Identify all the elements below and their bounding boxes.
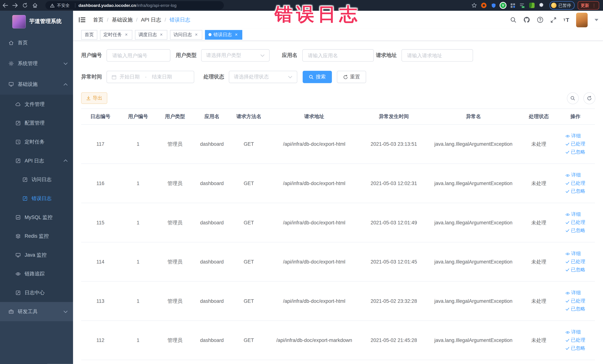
browser-menu-kebab-icon[interactable]: ⋮ xyxy=(592,3,596,8)
profile-paused-badge[interactable]: 已暂停 xyxy=(550,1,575,10)
mark-processed-link[interactable]: 已处理 xyxy=(565,141,585,147)
url-host[interactable]: dashboard.yudao.iocoder.cn xyxy=(78,3,136,8)
sidebar-item-java[interactable]: Java 监控 xyxy=(0,246,73,264)
cell-log-id: 114 xyxy=(81,259,120,265)
user-id-input[interactable] xyxy=(112,52,165,59)
extension-grid-icon[interactable] xyxy=(509,1,517,10)
sidebar-item-config[interactable]: 配置管理 xyxy=(0,114,73,132)
request-url-input[interactable] xyxy=(406,52,468,59)
tab-close-icon[interactable]: × xyxy=(124,32,129,37)
detail-link[interactable]: 详细 xyxy=(565,329,581,335)
extension-on-badge-icon[interactable]: on xyxy=(518,1,527,10)
refresh-table-button[interactable] xyxy=(583,92,595,104)
check-icon xyxy=(565,189,570,194)
chevron-down-icon xyxy=(63,62,68,65)
search-button[interactable]: 搜索 xyxy=(303,71,332,83)
sidebar-item-dev-tools[interactable]: 研发工具 xyxy=(0,302,73,321)
detail-link[interactable]: 详细 xyxy=(565,172,581,178)
col-url: 请求地址 xyxy=(267,113,361,120)
end-date-placeholder: 结束日期 xyxy=(152,73,172,80)
breadcrumb-home[interactable]: 首页 xyxy=(93,16,104,23)
help-icon[interactable] xyxy=(537,16,543,23)
fullscreen-icon[interactable] xyxy=(550,17,557,23)
mark-processed-link[interactable]: 已处理 xyxy=(565,258,585,265)
mark-ignored-link[interactable]: 已忽略 xyxy=(565,306,585,312)
extension-shield-icon[interactable] xyxy=(489,1,498,10)
cell-url: /api/infra/db-doc/export-html xyxy=(267,141,361,147)
extension-orange-icon[interactable] xyxy=(480,1,488,10)
cell-exception: java.lang.IllegalArgumentException xyxy=(427,298,520,304)
tab-close-icon[interactable]: × xyxy=(159,32,164,37)
url-path[interactable]: /infra/log/api-error-log xyxy=(136,3,176,8)
export-button[interactable]: 导出 xyxy=(81,92,107,104)
mark-processed-link[interactable]: 已处理 xyxy=(565,180,585,187)
tab-job[interactable]: 定时任务× xyxy=(100,30,132,39)
cell-exception: java.lang.IllegalArgumentException xyxy=(427,259,520,265)
sidebar-item-mysql[interactable]: MySQL 监控 xyxy=(0,208,73,227)
cell-url: /api/infra/db-doc/export-html xyxy=(267,220,361,225)
header-search-icon[interactable] xyxy=(510,17,516,23)
browser-forward-icon[interactable] xyxy=(10,1,20,10)
sidebar-item-access-log[interactable]: 访问日志 xyxy=(0,170,73,189)
app-name-input[interactable] xyxy=(307,52,369,59)
cell-method: GET xyxy=(231,220,267,225)
tab-error-log[interactable]: 错误日志× xyxy=(205,30,242,39)
sidebar-item-file[interactable]: 文件管理 xyxy=(0,94,73,114)
github-icon[interactable] xyxy=(523,16,530,23)
col-method: 请求方法名 xyxy=(231,113,267,120)
sidebar-item-api-log[interactable]: API 日志 xyxy=(0,151,73,170)
sidebar-item-trace[interactable]: 链路追踪 xyxy=(0,264,73,283)
home-icon xyxy=(9,40,14,46)
browser-update-button[interactable]: 更新 ⋮ xyxy=(578,1,599,10)
browser-home-icon[interactable] xyxy=(30,1,40,10)
breadcrumb-infra[interactable]: 基础设施 xyxy=(112,16,133,23)
detail-link[interactable]: 详细 xyxy=(565,211,581,218)
breadcrumb-api-log[interactable]: API 日志 xyxy=(141,16,161,23)
eye-icon xyxy=(565,212,570,217)
tab-close-icon[interactable]: × xyxy=(234,32,239,37)
address-bar[interactable]: 不安全 dashboard.yudao.iocoder.cn/infra/log… xyxy=(46,1,224,10)
hide-search-button[interactable] xyxy=(567,92,579,104)
chevron-up-icon xyxy=(63,159,68,162)
extensions-puzzle-icon[interactable] xyxy=(537,1,546,10)
mark-ignored-link[interactable]: 已忽略 xyxy=(565,188,585,195)
browser-back-icon[interactable] xyxy=(0,1,10,10)
chevron-down-icon xyxy=(63,310,68,313)
tab-access-log[interactable]: 访问日志× xyxy=(170,30,202,39)
extension-green-v-icon[interactable]: V xyxy=(499,1,507,10)
mark-ignored-link[interactable]: 已忽略 xyxy=(565,345,585,352)
detail-link[interactable]: 详细 xyxy=(565,290,581,296)
sidebar-item-infra[interactable]: 基础设施 xyxy=(0,74,73,94)
mark-processed-link[interactable]: 已处理 xyxy=(565,219,585,226)
reset-button[interactable]: 重置 xyxy=(337,71,366,83)
mark-ignored-link[interactable]: 已忽略 xyxy=(565,267,585,273)
sidebar-item-error-log[interactable]: 错误日志 xyxy=(0,189,73,208)
sidebar-item-log-center[interactable]: 日志中心 xyxy=(0,283,73,302)
sidebar-item-home[interactable]: 首页 xyxy=(0,32,73,53)
browser-reload-icon[interactable] xyxy=(20,1,30,10)
mark-ignored-link[interactable]: 已忽略 xyxy=(565,149,585,155)
sidebar-item-redis[interactable]: Redis 监控 xyxy=(0,227,73,246)
mark-processed-link[interactable]: 已处理 xyxy=(565,298,585,304)
user-avatar[interactable] xyxy=(576,12,588,27)
tab-close-icon[interactable]: × xyxy=(194,32,199,37)
bookmark-star-icon[interactable] xyxy=(470,1,478,10)
tab-home[interactable]: 首页 xyxy=(81,30,97,39)
sidebar-item-job[interactable]: 定时任务 xyxy=(0,132,73,151)
cell-log-id: 112 xyxy=(81,338,120,343)
exception-time-range-picker[interactable]: 开始日期 - 结束日期 xyxy=(107,71,194,83)
detail-link[interactable]: 详细 xyxy=(565,250,581,257)
user-type-select[interactable]: 请选择用户类型 xyxy=(201,49,269,61)
sidebar-item-system[interactable]: 系统管理 xyxy=(0,53,73,74)
mark-ignored-link[interactable]: 已忽略 xyxy=(565,227,585,234)
tab-job-log[interactable]: 调度日志× xyxy=(135,30,167,39)
mark-processed-link[interactable]: 已处理 xyxy=(565,337,585,343)
process-status-select[interactable]: 请选择处理状态 xyxy=(229,71,297,83)
security-label[interactable]: 不安全 xyxy=(57,2,70,8)
text-size-icon[interactable]: TT xyxy=(563,17,569,23)
user-menu-caret-icon[interactable] xyxy=(594,19,598,21)
detail-link[interactable]: 详细 xyxy=(565,133,581,139)
sidebar-logo[interactable]: 芋道管理系统 xyxy=(0,11,73,32)
sidebar-toggle-icon[interactable] xyxy=(79,17,85,23)
extension-leaf-icon[interactable] xyxy=(528,1,536,10)
